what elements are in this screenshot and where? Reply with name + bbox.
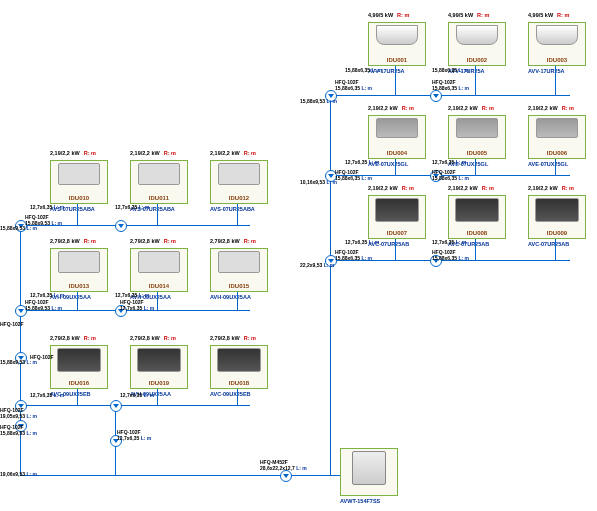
unit-idu018: 2,79/2,8 kWR: m IDU018 AVC-09UX25EB: [210, 345, 270, 397]
pipe-label: HFQ-102F15,88x6,35 L: m: [335, 80, 372, 91]
pipe-line: [237, 204, 238, 225]
model-label: AVC-09UX25EB: [210, 391, 270, 397]
unit-icon: [138, 251, 180, 273]
power-label: 2,79/2,8 kWR: m: [50, 238, 96, 244]
pipe-line: [475, 66, 476, 95]
outdoor-unit-icon: [352, 451, 386, 485]
pipe-label: 15,88x9,53 L: m: [0, 226, 37, 232]
unit-id: IDU002: [467, 57, 487, 63]
pipe-label: 12,7x6,35 L: m: [345, 160, 379, 166]
pipe-line: [157, 204, 158, 225]
power-label: 4,99/5 kWR: m: [368, 12, 409, 18]
power-label: 2,19/2,2 kWR: m: [50, 150, 96, 156]
power-label: 2,79/2,8 kWR: m: [130, 238, 176, 244]
unit-id: IDU011: [149, 195, 169, 201]
duct-unit-icon: [536, 118, 578, 138]
unit-icon: [218, 163, 260, 185]
power-label: 2,79/2,8 kWR: m: [210, 335, 256, 341]
cassette-unit-icon: [535, 198, 579, 222]
pipe-label: HFQ-102F15,88x9,53 L: m: [25, 300, 62, 311]
unit-box: IDU008: [448, 195, 506, 239]
power-label: 2,19/2,2 kWR: m: [210, 150, 256, 156]
duct-unit-icon: [376, 118, 418, 138]
unit-idu019: 2,79/2,8 kWR: m IDU019 AVH-09UX25AA: [130, 345, 190, 397]
unit-icon: [58, 251, 100, 273]
model-label: AVH-09UX25AA: [210, 294, 270, 300]
model-label: AVV-17UR25A: [528, 68, 588, 74]
cassette-unit-icon: [217, 348, 261, 372]
valve-icon: [430, 90, 442, 102]
unit-id: IDU013: [69, 283, 89, 289]
pipe-line: [475, 239, 476, 260]
unit-id: IDU004: [387, 150, 407, 156]
pipe-label: 15,88x9,53 L: m: [0, 360, 37, 366]
wall-unit-icon: [376, 25, 418, 45]
pipe-label: HFQ-102F15,88x6,35 L: m: [432, 80, 469, 91]
pipe-line: [157, 389, 158, 405]
unit-id: IDU018: [229, 380, 249, 386]
pipe-label: HFQ-102F15,88x6,35 L: m: [335, 170, 372, 181]
unit-id: IDU019: [149, 380, 169, 386]
pipe-label: 12,7x6,35 L: m: [115, 293, 149, 299]
power-label: 4,99/5 kWR: m: [448, 12, 489, 18]
unit-icon: [58, 163, 100, 185]
wall-unit-icon: [456, 25, 498, 45]
pipe-line: [330, 95, 570, 96]
pipe-line: [237, 389, 238, 405]
model-label: AVC-07UR25AB: [528, 241, 588, 247]
pipe-line: [475, 159, 476, 175]
unit-id: IDU012: [229, 195, 249, 201]
unit-box: IDU009: [528, 195, 586, 239]
unit-box: IDU007: [368, 195, 426, 239]
unit-id: IDU015: [229, 283, 249, 289]
pipe-label: 10,16x9,53 L: m: [300, 180, 337, 186]
unit-id: IDU005: [467, 150, 487, 156]
pipe-line: [77, 204, 78, 225]
unit-box: IDU012: [210, 160, 268, 204]
unit-box: IDU018: [210, 345, 268, 389]
power-label: 2,79/2,8 kWR: m: [210, 238, 256, 244]
unit-id: IDU007: [387, 230, 407, 236]
pipe-line: [330, 260, 331, 475]
pipe-label: HFQ-102F15,88x9,53 L: m: [0, 425, 37, 436]
pipe-label: 12,7x6,35 L: m: [30, 205, 64, 211]
valve-icon: [280, 470, 292, 482]
unit-box: IDU002: [448, 22, 506, 66]
pipe-line: [77, 389, 78, 405]
unit-idu012: 2,19/2,2 kWR: m IDU012 AVS-07UR25ABA: [210, 160, 270, 212]
unit-box: IDU005: [448, 115, 506, 159]
pipe-label: 12,7x6,35 L: m: [30, 393, 64, 399]
unit-outdoor: AVWT-154F7SS: [340, 448, 400, 504]
cassette-unit-icon: [375, 198, 419, 222]
unit-box: IDU016: [50, 345, 108, 389]
unit-id: IDU008: [467, 230, 487, 236]
cassette-unit-icon: [455, 198, 499, 222]
unit-box: IDU014: [130, 248, 188, 292]
unit-box: [340, 448, 398, 496]
cassette-unit-icon: [137, 348, 181, 372]
pipe-label: 22,2x9,53 L: m: [300, 263, 334, 269]
unit-idu006: 2,19/2,2 kWR: m IDU006 AVE-07UX25GL: [528, 115, 588, 167]
unit-box: IDU015: [210, 248, 268, 292]
pipe-line: [395, 159, 396, 175]
valve-icon: [110, 400, 122, 412]
pipe-line: [77, 292, 78, 310]
pipe-label: HFQ-102F: [0, 322, 24, 328]
pipe-label: HFQ-102F15,88x6,35 L: m: [335, 250, 372, 261]
unit-box: IDU004: [368, 115, 426, 159]
unit-icon: [218, 251, 260, 273]
unit-idu009: 2,19/2,2 kWR: m IDU009 AVC-07UR25AB: [528, 195, 588, 247]
model-label: AVS-07UR25ABA: [210, 206, 270, 212]
pipe-label: HFQ-102F19,05x9,53 L: m: [0, 408, 37, 419]
pipe-label: 12,7x6,35 L: m: [432, 160, 466, 166]
pipe-line: [395, 66, 396, 95]
pipe-label: 12,7x6,35 L: m: [432, 240, 466, 246]
unit-id: IDU001: [387, 57, 407, 63]
duct-unit-icon: [456, 118, 498, 138]
unit-box: IDU003: [528, 22, 586, 66]
unit-box: IDU019: [130, 345, 188, 389]
pipe-label: 15,88x9,53 L: m: [300, 99, 337, 105]
pipe-line: [20, 405, 250, 406]
pipe-label: 12,7x6,35 L: m: [345, 240, 379, 246]
power-label: 2,19/2,2 kWR: m: [368, 105, 414, 111]
